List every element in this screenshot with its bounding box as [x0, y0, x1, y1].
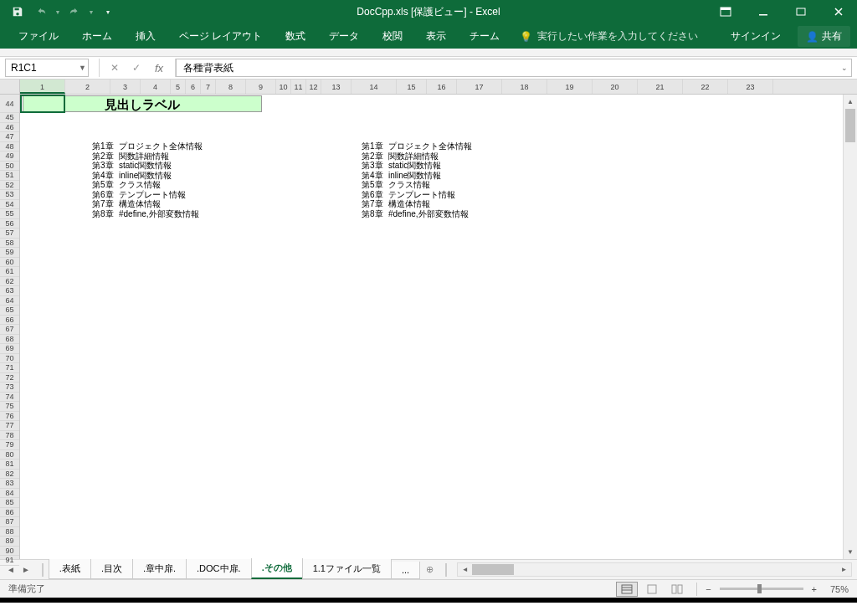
column-header[interactable]: 9: [246, 80, 276, 94]
sheet-tab[interactable]: .DOC中扉.: [186, 559, 252, 579]
hscroll-thumb[interactable]: [472, 564, 514, 575]
row-header[interactable]: 90: [0, 547, 19, 557]
select-all-corner[interactable]: [0, 80, 19, 95]
row-header[interactable]: 81: [0, 459, 19, 470]
add-sheet-button[interactable]: ⊕: [419, 561, 440, 578]
redo-button[interactable]: [64, 2, 85, 22]
row-header[interactable]: 56: [0, 219, 19, 229]
sheet-tab[interactable]: .章中扉.: [132, 559, 187, 579]
row-header[interactable]: 70: [0, 354, 19, 364]
row-header[interactable]: 83: [0, 479, 19, 489]
row-header[interactable]: 79: [0, 440, 19, 450]
zoom-slider[interactable]: [720, 588, 803, 590]
fx-icon[interactable]: fx: [148, 62, 170, 74]
column-header[interactable]: 6: [186, 80, 201, 94]
tab-page-layout[interactable]: ページ レイアウト: [167, 24, 274, 49]
row-header[interactable]: 61: [0, 267, 19, 277]
undo-button[interactable]: [30, 2, 52, 22]
column-header[interactable]: 13: [321, 80, 352, 94]
row-header[interactable]: 51: [0, 171, 19, 181]
vscroll-thumb[interactable]: [845, 109, 855, 142]
column-header[interactable]: 2: [65, 80, 110, 94]
row-header[interactable]: 84: [0, 489, 19, 499]
formula-cancel-button[interactable]: ✕: [105, 59, 125, 76]
column-header[interactable]: 7: [201, 80, 216, 94]
row-header[interactable]: 47: [0, 132, 19, 142]
row-header[interactable]: 85: [0, 498, 19, 508]
normal-view-button[interactable]: [616, 582, 638, 597]
row-header[interactable]: 49: [0, 151, 19, 162]
tab-nav-prev[interactable]: ◄: [7, 565, 15, 574]
row-header[interactable]: 44: [0, 95, 19, 113]
tab-insert[interactable]: 挿入: [124, 24, 167, 49]
row-header[interactable]: 76: [0, 412, 19, 422]
row-header[interactable]: 88: [0, 527, 19, 537]
page-break-view-button[interactable]: [666, 582, 688, 597]
row-header[interactable]: 46: [0, 123, 19, 133]
row-header[interactable]: 45: [0, 113, 19, 123]
signin-link[interactable]: サインイン: [722, 24, 789, 49]
tab-formulas[interactable]: 数式: [274, 24, 317, 49]
sheet-tab[interactable]: .その他: [251, 558, 303, 579]
column-header[interactable]: 3: [110, 80, 141, 94]
tab-view[interactable]: 表示: [414, 24, 458, 49]
row-header[interactable]: 57: [0, 228, 19, 239]
column-header[interactable]: 19: [547, 80, 593, 94]
column-header[interactable]: 22: [683, 80, 728, 94]
row-header[interactable]: 62: [0, 277, 19, 287]
share-button[interactable]: 👤 共有: [798, 26, 850, 47]
sheet-tab[interactable]: ...: [391, 562, 420, 579]
row-header[interactable]: 68: [0, 335, 19, 345]
tab-data[interactable]: データ: [317, 24, 371, 49]
row-header[interactable]: 60: [0, 258, 19, 268]
chevron-down-icon[interactable]: ▼: [79, 64, 86, 72]
column-header[interactable]: 8: [216, 80, 246, 94]
ribbon-display-button[interactable]: [706, 0, 744, 23]
column-header[interactable]: 21: [638, 80, 683, 94]
row-header[interactable]: 86: [0, 508, 19, 518]
tab-team[interactable]: チーム: [458, 24, 511, 49]
row-header[interactable]: 52: [0, 181, 19, 191]
minimize-button[interactable]: [744, 0, 782, 23]
zoom-out-button[interactable]: −: [706, 584, 711, 594]
column-header[interactable]: 23: [728, 80, 773, 94]
formula-expand-icon[interactable]: ⌄: [841, 64, 848, 72]
row-header[interactable]: 80: [0, 450, 19, 460]
row-header[interactable]: 67: [0, 325, 19, 335]
scroll-right-button[interactable]: ►: [837, 563, 851, 576]
column-header[interactable]: 16: [427, 80, 457, 94]
tab-nav-next[interactable]: ►: [22, 565, 30, 574]
tab-review[interactable]: 校閲: [371, 24, 414, 49]
formula-input[interactable]: 各種背表紙 ⌄: [176, 59, 852, 77]
sheet-tab[interactable]: .表紙: [49, 559, 91, 579]
row-header[interactable]: 59: [0, 248, 19, 258]
row-header[interactable]: 58: [0, 239, 19, 249]
redo-dropdown-icon[interactable]: ▼: [87, 2, 95, 22]
vertical-scrollbar[interactable]: ▲ ▼: [843, 95, 857, 559]
column-header[interactable]: 5: [171, 80, 186, 94]
column-header[interactable]: 14: [352, 80, 397, 94]
row-header[interactable]: 74: [0, 393, 19, 403]
row-header[interactable]: 73: [0, 382, 19, 393]
sheet-tab[interactable]: .目次: [90, 559, 133, 579]
name-box[interactable]: R1C1 ▼: [5, 59, 89, 77]
row-header[interactable]: 75: [0, 402, 19, 412]
tell-me[interactable]: 💡 実行したい作業を入力してください: [511, 24, 706, 49]
row-header[interactable]: 65: [0, 305, 19, 316]
column-header[interactable]: 18: [502, 80, 547, 94]
row-header[interactable]: 91: [0, 556, 19, 566]
row-header[interactable]: 55: [0, 209, 19, 219]
row-header[interactable]: 64: [0, 296, 19, 306]
formula-enter-button[interactable]: ✓: [126, 59, 146, 76]
row-header[interactable]: 48: [0, 142, 19, 152]
zoom-thumb[interactable]: [757, 584, 762, 593]
column-header[interactable]: 15: [397, 80, 427, 94]
maximize-button[interactable]: [782, 0, 819, 23]
row-header[interactable]: 87: [0, 517, 19, 527]
zoom-in-button[interactable]: +: [812, 584, 817, 594]
scroll-down-button[interactable]: ▼: [844, 545, 857, 559]
qat-customize-icon[interactable]: ▾: [97, 2, 119, 22]
scroll-left-button[interactable]: ◄: [458, 563, 472, 576]
save-button[interactable]: [7, 2, 28, 22]
row-header[interactable]: 54: [0, 200, 19, 210]
